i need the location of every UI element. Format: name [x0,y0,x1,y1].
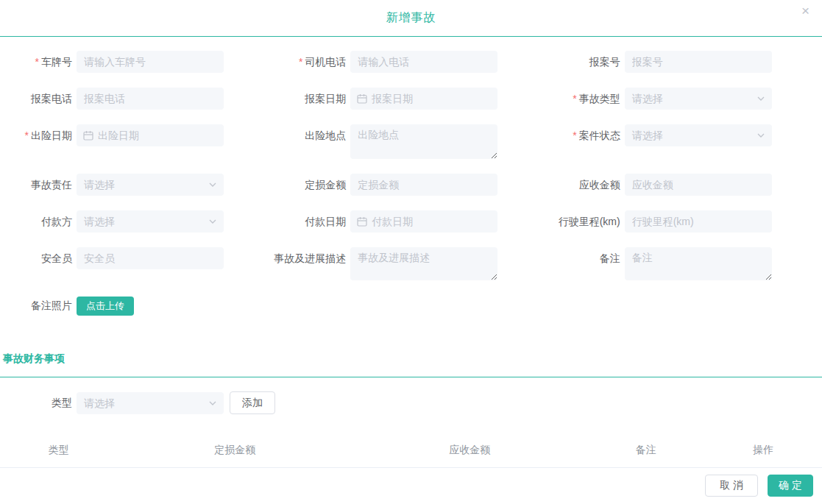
calendar-icon [357,216,367,227]
field-progress-desc: 事故及进展描述 [274,247,548,280]
confirm-button[interactable]: 确 定 [768,475,813,497]
field-report-date: 报案日期 报案日期 [274,88,548,110]
dialog-footer: 取 消 确 定 [705,475,813,497]
required-asterisk: * [573,93,576,104]
calendar-icon [83,130,93,141]
receivable-amount-input[interactable] [625,174,772,196]
dialog-header: 新增事故 × [0,0,822,37]
col-header-actions: 操作 [704,439,822,468]
assessed-amount-input[interactable] [350,174,497,196]
select-placeholder: 请选择 [84,216,115,227]
required-asterisk: * [25,129,29,141]
finance-type-select[interactable]: 请选择 [77,392,224,414]
field-mileage: 行驶里程(km) [548,210,822,233]
field-payer: 付款方 请选择 [0,210,274,233]
date-placeholder: 报案日期 [372,93,413,104]
date-placeholder: 出险日期 [98,129,139,141]
field-incident-location: 出险地点 [274,124,548,159]
field-receivable-amount: 应收金额 [548,174,822,196]
section-divider [0,377,822,377]
add-button[interactable]: 添加 [230,391,275,414]
col-header-assessed-amount: 定损金额 [118,439,352,468]
accident-liability-select[interactable]: 请选择 [77,174,224,196]
field-label: 应收金额 [548,174,625,196]
field-driver-phone: *司机电话 [274,51,548,73]
payment-date-picker[interactable]: 付款日期 [350,210,497,233]
field-accident-type: *事故类型 请选择 [548,88,822,110]
license-plate-input[interactable] [77,51,224,73]
field-safety-officer: 安全员 [0,247,274,280]
select-placeholder: 请选择 [84,397,115,409]
accident-type-select[interactable]: 请选择 [625,88,772,110]
required-asterisk: * [573,129,576,141]
field-payment-date: 付款日期 付款日期 [274,210,548,233]
progress-desc-textarea[interactable] [350,247,497,280]
chevron-down-icon [208,217,217,226]
date-placeholder: 付款日期 [372,216,413,227]
field-remark-photos: 备注照片 点击上传 [0,297,822,316]
chevron-down-icon [208,180,217,189]
field-label: 事故类型 [579,93,620,104]
field-label: 定损金额 [274,174,350,196]
report-no-input[interactable] [625,51,772,73]
field-incident-date: *出险日期 出险日期 [0,124,274,159]
safety-officer-input[interactable] [77,247,224,269]
chevron-down-icon [757,94,765,103]
mileage-input[interactable] [625,210,772,233]
finance-table-header-row: 类型 定损金额 应收金额 备注 操作 [0,439,822,468]
dialog-title: 新增事故 [0,10,822,26]
add-accident-dialog: 新增事故 × *车牌号 *司机电话 报案号 报案电话 报案日期 报案日期 [0,0,822,504]
field-label: 安全员 [0,247,77,269]
field-report-no: 报案号 [548,51,822,73]
accident-form: *车牌号 *司机电话 报案号 报案电话 报案日期 报案日期 *事故类型 请选择 [0,37,822,295]
calendar-icon [357,93,367,104]
field-label: 付款日期 [274,210,350,233]
select-placeholder: 请选择 [632,129,663,141]
upload-button[interactable]: 点击上传 [77,297,134,316]
chevron-down-icon [757,131,765,140]
report-phone-input[interactable] [77,88,224,110]
chevron-down-icon [208,399,217,408]
field-label: 报案电话 [0,88,77,110]
field-report-phone: 报案电话 [0,88,274,110]
field-label: 付款方 [0,210,77,233]
finance-section: 事故财务事项 类型 请选择 添加 类型 定损金额 应收金额 备注 操作 [0,352,822,468]
field-label: 司机电话 [305,56,346,68]
field-label: 出险日期 [31,129,72,141]
field-remark: 备注 [548,247,822,280]
col-header-type: 类型 [0,439,118,468]
finance-type-row: 类型 请选择 添加 [0,391,822,414]
field-label: 报案日期 [274,88,350,110]
finance-table: 类型 定损金额 应收金额 备注 操作 [0,439,822,468]
col-header-remark: 备注 [587,439,705,468]
field-label: 出险地点 [274,124,350,146]
field-accident-liability: 事故责任 请选择 [0,174,274,196]
incident-date-picker[interactable]: 出险日期 [77,124,224,146]
incident-location-textarea[interactable] [350,124,497,159]
payer-select[interactable]: 请选择 [77,210,224,233]
field-license-plate: *车牌号 [0,51,274,73]
report-date-picker[interactable]: 报案日期 [350,88,497,110]
field-label: 行驶里程(km) [548,210,625,233]
driver-phone-input[interactable] [350,51,497,73]
remark-textarea[interactable] [625,247,772,280]
field-label: 车牌号 [41,56,72,68]
required-asterisk: * [35,56,39,68]
select-placeholder: 请选择 [84,179,115,191]
field-label: 案件状态 [579,129,620,141]
field-assessed-amount: 定损金额 [274,174,548,196]
field-label: 报案号 [548,51,625,73]
case-status-select[interactable]: 请选择 [625,124,772,146]
field-label: 备注照片 [0,299,77,313]
field-label: 类型 [0,397,77,410]
field-case-status: *案件状态 请选择 [548,124,822,159]
finance-section-title: 事故财务事项 [0,352,822,366]
close-icon[interactable]: × [801,4,809,18]
col-header-receivable-amount: 应收金额 [352,439,587,468]
required-asterisk: * [299,56,302,68]
select-placeholder: 请选择 [632,93,663,104]
field-label: 事故及进展描述 [274,247,350,269]
field-label: 事故责任 [0,174,77,196]
cancel-button[interactable]: 取 消 [705,475,758,497]
field-label: 备注 [548,247,625,269]
